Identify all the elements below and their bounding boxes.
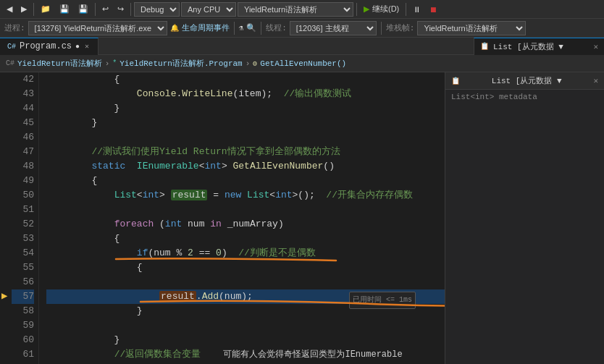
line-num-44: 44 [12,101,34,116]
line-num-56: 56 [12,275,34,289]
right-panel-close[interactable]: ✕ [593,76,598,85]
tab-close-button[interactable]: ✕ [83,41,91,51]
proc-sep1 [234,22,235,35]
exec-arrow: ▶ [1,289,7,302]
code-text [46,318,52,333]
right-panel-placeholder: List<int> metadata [451,93,537,101]
undo-button[interactable]: ↩ [98,1,112,17]
right-panel-tab[interactable]: 📋 List [从元数据 ▼ ✕ [474,38,604,55]
file-icon: C# [7,43,16,51]
code-line-55: { [46,261,445,275]
redo-button[interactable]: ↪ [114,1,127,17]
breadcrumb-class[interactable]: YieldReturn语法解析.Program [119,58,242,69]
play-icon: ▶ [364,4,369,14]
code-line-48: static IEnumerable<int> GetAllEvenNumber… [46,159,445,174]
right-tab-icon: 📋 [480,42,489,51]
line-num-45: 45 [12,116,34,130]
forward-button[interactable]: ▶ [17,1,30,17]
code-line-54: if(num % 2 == 0) //判断是不是偶数 [46,246,445,261]
continue-button[interactable]: ▶ 继续(D) [360,1,403,17]
filter-icon: ⚗ [239,23,244,33]
back-button[interactable]: ◀ [3,1,16,17]
line-num-46: 46 [12,130,34,145]
breadcrumb-namespace[interactable]: YieldReturn语法解析 [17,58,102,69]
stack-label: 堆栈帧: [386,22,415,33]
proc-sep3 [381,22,382,35]
tab-program-cs[interactable]: C# Program.cs ● ✕ [0,38,98,55]
line-num-49: 49 [12,174,34,188]
open-button[interactable]: 📁 [37,1,54,17]
toolbar-sep1 [33,3,34,16]
code-text: //测试我们使用Yield Return情况下拿到全部偶数的方法 [46,145,340,159]
code-text: List<int> result = new List<int>(); //开集… [46,188,413,203]
save-button[interactable]: 💾 [56,1,73,17]
code-line-61: //返回偶数集合变量 可能有人会觉得奇怪返回类型为IEnumerable [46,347,445,362]
line-num-52: 52 [12,217,34,232]
code-line-56 [46,275,445,289]
code-line-59 [46,318,445,333]
project-select[interactable]: YieldReturn语法解析 [238,2,353,17]
open-icon: 📁 [41,4,51,14]
back-icon: ◀ [7,4,12,14]
cpu-select[interactable]: Any CPU [181,2,236,17]
code-line-52: foreach (int num in _numArray) [46,217,445,232]
pause-button[interactable]: ⏸ [409,1,424,17]
code-line-50: List<int> result = new List<int>(); //开集… [46,188,445,203]
proc-sep2 [261,22,261,35]
save2-button[interactable]: 💾 [75,1,92,17]
breadcrumb-icon: C# [6,59,14,67]
toolbar-sep2 [95,3,96,16]
right-panel-title: List [从元数据 ▼ [492,75,562,86]
line-num-42: 42 [12,72,34,87]
line-num-53: 53 [12,232,34,246]
code-line-42: { [46,72,445,87]
code-text: //返回偶数集合变量 可能有人会觉得奇怪返回类型为IEnumerable [46,347,403,362]
line-num-61: 61 [12,347,34,362]
right-panel-icon: 📋 [451,77,460,85]
line-num-58: 58 [12,304,34,318]
breadcrumb-method[interactable]: GetAllEvenNumber() [260,59,346,68]
tab-label: Program.cs [20,41,72,51]
code-content[interactable]: { Console.WriteLine(item); //输出偶数测试 } } [39,72,445,364]
code-line-60: } [46,333,445,347]
line-num-43: 43 [12,87,34,101]
code-text [46,275,52,289]
search-icon: 🔍 [246,23,256,33]
code-line-51 [46,203,445,217]
thread-select[interactable]: [12036] 主线程 [290,21,377,35]
save-icon: 💾 [59,4,70,14]
breadcrumb-sep1: › [105,59,110,68]
code-line-44: } [46,101,445,116]
tab-modified-dot: ● [75,43,80,51]
code-text: result.Add(num); [46,289,253,304]
lifecycle-icon: 🔔 [170,24,179,33]
line-num-51: 51 [12,203,34,217]
code-line-49: { [46,174,445,188]
thread-label: 线程: [266,22,287,33]
stack-select[interactable]: YieldReturn语法解析 [417,21,526,35]
line-num-55: 55 [12,261,34,275]
code-text: { [46,174,97,188]
debug-config-select[interactable]: Debug [134,2,180,17]
line-num-60: 60 [12,333,34,347]
line-num-54: 54 [12,246,34,261]
toolbar-sep5 [406,3,406,16]
code-text: } [46,304,143,318]
right-panel-header: 📋 List [从元数据 ▼ ✕ [445,72,604,90]
breadcrumb-class-icon: * [112,59,117,67]
line-num-48: 48 [12,159,34,174]
left-gutter: ▶ [0,72,12,364]
right-tab-close[interactable]: ✕ [593,42,598,51]
stop-button[interactable]: ⏹ [426,1,441,17]
code-line-58: } [46,304,445,318]
undo-icon: ↩ [102,4,109,14]
code-text: Console.WriteLine(item); //输出偶数测试 [46,87,351,101]
code-line-46 [46,130,445,145]
toolbar-sep3 [130,3,131,16]
line-num-50: 50 [12,188,34,203]
line-numbers: 42 43 44 45 46 47 48 49 50 51 52 53 54 5… [12,72,39,364]
code-text: if(num % 2 == 0) //判断是不是偶数 [46,246,316,261]
process-select[interactable]: [13276] YieldReturn语法解析.exe [28,21,167,35]
breadcrumb-sep2: › [246,59,251,68]
code-text: { [46,261,143,275]
